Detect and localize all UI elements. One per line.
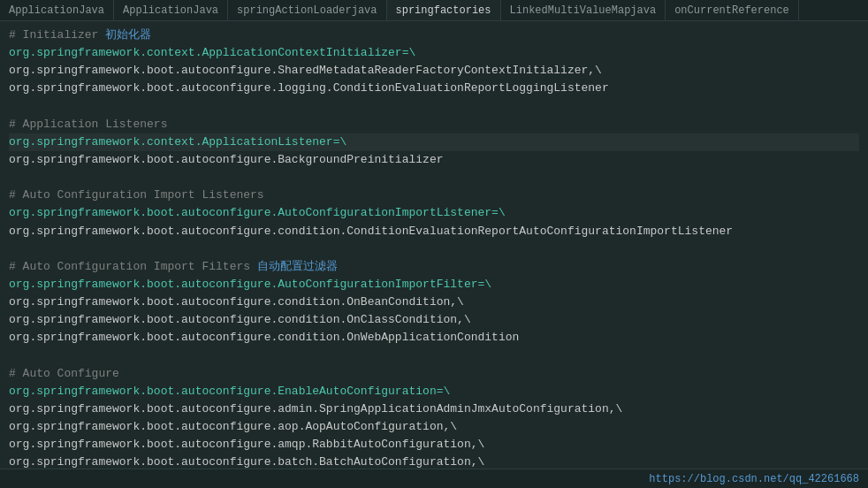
line-12: org.springframework.boot.autoconfigure.c… — [9, 223, 859, 240]
line-22: org.springframework.boot.autoconfigure.a… — [9, 400, 859, 418]
line-17: org.springframework.boot.autoconfigure.c… — [9, 311, 859, 329]
line-4: org.springframework.boot.autoconfigure.l… — [9, 80, 859, 97]
status-link: https://blog.csdn.net/qq_42261668 — [649, 473, 859, 485]
tab-linkedmultivaluemapjava[interactable]: LinkedMultiValueMapjava — [501, 0, 666, 20]
line-1: # Initializer 初始化器 — [9, 27, 859, 44]
line-19 — [9, 347, 859, 365]
line-23: org.springframework.boot.autoconfigure.a… — [9, 418, 859, 436]
tab-applicationjava-1[interactable]: ApplicationJava — [0, 0, 114, 20]
code-area: # Initializer 初始化器 org.springframework.c… — [0, 21, 868, 469]
line-9 — [9, 169, 859, 187]
line-11: org.springframework.boot.autoconfigure.A… — [9, 204, 859, 222]
line-21: org.springframework.boot.autoconfigure.E… — [9, 383, 859, 400]
tab-bar: ApplicationJava ApplicationJava springAc… — [0, 0, 868, 21]
line-7: org.springframework.context.ApplicationL… — [9, 133, 859, 151]
line-3: org.springframework.boot.autoconfigure.S… — [9, 62, 859, 80]
line-25: org.springframework.boot.autoconfigure.b… — [9, 454, 859, 469]
line-15: org.springframework.boot.autoconfigure.A… — [9, 276, 859, 294]
status-bar: https://blog.csdn.net/qq_42261668 — [0, 469, 868, 488]
line-24: org.springframework.boot.autoconfigure.a… — [9, 436, 859, 454]
tab-springactionloaderjava[interactable]: springActionLoaderjava — [228, 0, 386, 20]
line-5 — [9, 98, 859, 116]
tab-oncurrentreference[interactable]: onCurrentReference — [666, 0, 799, 20]
line-14: # Auto Configuration Import Filters 自动配置… — [9, 258, 859, 276]
line-10: # Auto Configuration Import Listeners — [9, 187, 859, 204]
line-16: org.springframework.boot.autoconfigure.c… — [9, 294, 859, 311]
line-6: # Application Listeners — [9, 116, 859, 133]
line-2: org.springframework.context.ApplicationC… — [9, 44, 859, 62]
line-20: # Auto Configure — [9, 365, 859, 383]
tab-springfactories[interactable]: springfactories — [387, 0, 501, 20]
line-18: org.springframework.boot.autoconfigure.c… — [9, 329, 859, 347]
line-13 — [9, 240, 859, 258]
tab-applicationjava-2[interactable]: ApplicationJava — [114, 0, 228, 20]
line-8: org.springframework.boot.autoconfigure.B… — [9, 151, 859, 169]
